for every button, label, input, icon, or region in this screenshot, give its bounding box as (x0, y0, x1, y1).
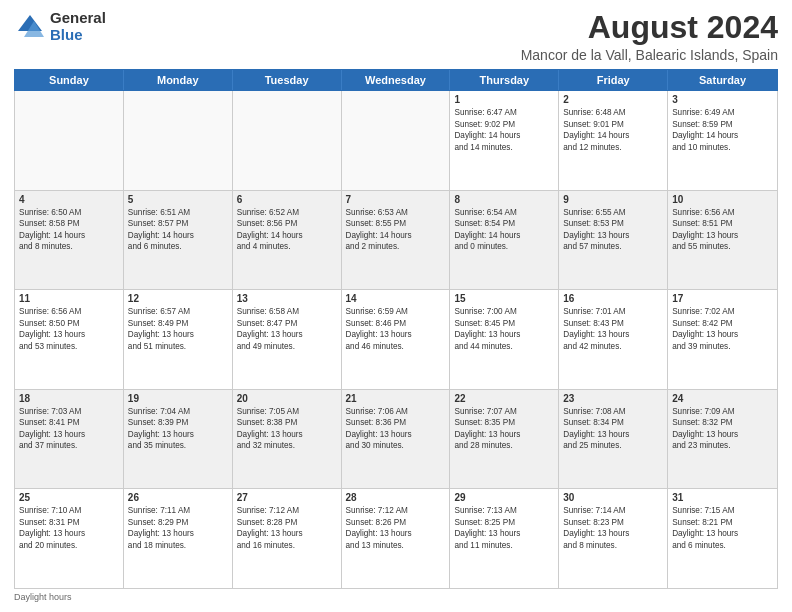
day-number: 7 (346, 194, 446, 205)
day-number: 25 (19, 492, 119, 503)
calendar-cell: 17Sunrise: 7:02 AM Sunset: 8:42 PM Dayli… (668, 290, 777, 389)
cell-content: Sunrise: 6:58 AM Sunset: 8:47 PM Dayligh… (237, 306, 337, 352)
page: General Blue August 2024 Mancor de la Va… (0, 0, 792, 612)
calendar-cell: 9Sunrise: 6:55 AM Sunset: 8:53 PM Daylig… (559, 191, 668, 290)
cell-content: Sunrise: 7:03 AM Sunset: 8:41 PM Dayligh… (19, 406, 119, 452)
cell-content: Sunrise: 7:10 AM Sunset: 8:31 PM Dayligh… (19, 505, 119, 551)
day-number: 3 (672, 94, 773, 105)
cell-content: Sunrise: 7:00 AM Sunset: 8:45 PM Dayligh… (454, 306, 554, 352)
cell-content: Sunrise: 7:08 AM Sunset: 8:34 PM Dayligh… (563, 406, 663, 452)
day-number: 26 (128, 492, 228, 503)
calendar: SundayMondayTuesdayWednesdayThursdayFrid… (14, 69, 778, 589)
cell-content: Sunrise: 6:57 AM Sunset: 8:49 PM Dayligh… (128, 306, 228, 352)
cell-content: Sunrise: 7:05 AM Sunset: 8:38 PM Dayligh… (237, 406, 337, 452)
day-number: 27 (237, 492, 337, 503)
header-day-saturday: Saturday (668, 70, 777, 90)
calendar-cell: 11Sunrise: 6:56 AM Sunset: 8:50 PM Dayli… (15, 290, 124, 389)
day-number: 9 (563, 194, 663, 205)
logo-icon (14, 11, 46, 43)
calendar-cell: 26Sunrise: 7:11 AM Sunset: 8:29 PM Dayli… (124, 489, 233, 588)
calendar-cell: 21Sunrise: 7:06 AM Sunset: 8:36 PM Dayli… (342, 390, 451, 489)
day-number: 29 (454, 492, 554, 503)
cell-content: Sunrise: 6:56 AM Sunset: 8:50 PM Dayligh… (19, 306, 119, 352)
cell-content: Sunrise: 6:48 AM Sunset: 9:01 PM Dayligh… (563, 107, 663, 153)
calendar-cell: 4Sunrise: 6:50 AM Sunset: 8:58 PM Daylig… (15, 191, 124, 290)
calendar-cell: 19Sunrise: 7:04 AM Sunset: 8:39 PM Dayli… (124, 390, 233, 489)
calendar-cell: 22Sunrise: 7:07 AM Sunset: 8:35 PM Dayli… (450, 390, 559, 489)
day-number: 2 (563, 94, 663, 105)
logo-text: General Blue (50, 10, 106, 43)
calendar-cell: 23Sunrise: 7:08 AM Sunset: 8:34 PM Dayli… (559, 390, 668, 489)
header: General Blue August 2024 Mancor de la Va… (14, 10, 778, 63)
calendar-row-1: 4Sunrise: 6:50 AM Sunset: 8:58 PM Daylig… (15, 191, 777, 291)
calendar-cell: 5Sunrise: 6:51 AM Sunset: 8:57 PM Daylig… (124, 191, 233, 290)
day-number: 16 (563, 293, 663, 304)
calendar-cell: 25Sunrise: 7:10 AM Sunset: 8:31 PM Dayli… (15, 489, 124, 588)
calendar-cell: 8Sunrise: 6:54 AM Sunset: 8:54 PM Daylig… (450, 191, 559, 290)
day-number: 6 (237, 194, 337, 205)
calendar-cell: 1Sunrise: 6:47 AM Sunset: 9:02 PM Daylig… (450, 91, 559, 190)
cell-content: Sunrise: 6:51 AM Sunset: 8:57 PM Dayligh… (128, 207, 228, 253)
calendar-cell: 10Sunrise: 6:56 AM Sunset: 8:51 PM Dayli… (668, 191, 777, 290)
calendar-cell: 13Sunrise: 6:58 AM Sunset: 8:47 PM Dayli… (233, 290, 342, 389)
header-day-friday: Friday (559, 70, 668, 90)
calendar-cell (342, 91, 451, 190)
calendar-cell: 20Sunrise: 7:05 AM Sunset: 8:38 PM Dayli… (233, 390, 342, 489)
cell-content: Sunrise: 7:09 AM Sunset: 8:32 PM Dayligh… (672, 406, 773, 452)
cell-content: Sunrise: 7:14 AM Sunset: 8:23 PM Dayligh… (563, 505, 663, 551)
title-section: August 2024 Mancor de la Vall, Balearic … (521, 10, 778, 63)
cell-content: Sunrise: 7:02 AM Sunset: 8:42 PM Dayligh… (672, 306, 773, 352)
day-number: 10 (672, 194, 773, 205)
cell-content: Sunrise: 7:11 AM Sunset: 8:29 PM Dayligh… (128, 505, 228, 551)
cell-content: Sunrise: 6:56 AM Sunset: 8:51 PM Dayligh… (672, 207, 773, 253)
calendar-cell: 2Sunrise: 6:48 AM Sunset: 9:01 PM Daylig… (559, 91, 668, 190)
day-number: 1 (454, 94, 554, 105)
header-day-sunday: Sunday (15, 70, 124, 90)
header-day-wednesday: Wednesday (342, 70, 451, 90)
calendar-cell: 24Sunrise: 7:09 AM Sunset: 8:32 PM Dayli… (668, 390, 777, 489)
calendar-cell: 12Sunrise: 6:57 AM Sunset: 8:49 PM Dayli… (124, 290, 233, 389)
day-number: 22 (454, 393, 554, 404)
cell-content: Sunrise: 7:12 AM Sunset: 8:26 PM Dayligh… (346, 505, 446, 551)
header-day-tuesday: Tuesday (233, 70, 342, 90)
main-title: August 2024 (521, 10, 778, 45)
calendar-cell: 18Sunrise: 7:03 AM Sunset: 8:41 PM Dayli… (15, 390, 124, 489)
calendar-cell: 28Sunrise: 7:12 AM Sunset: 8:26 PM Dayli… (342, 489, 451, 588)
day-number: 17 (672, 293, 773, 304)
cell-content: Sunrise: 6:52 AM Sunset: 8:56 PM Dayligh… (237, 207, 337, 253)
day-number: 8 (454, 194, 554, 205)
day-number: 19 (128, 393, 228, 404)
day-number: 24 (672, 393, 773, 404)
day-number: 30 (563, 492, 663, 503)
cell-content: Sunrise: 6:53 AM Sunset: 8:55 PM Dayligh… (346, 207, 446, 253)
cell-content: Sunrise: 6:55 AM Sunset: 8:53 PM Dayligh… (563, 207, 663, 253)
calendar-row-2: 11Sunrise: 6:56 AM Sunset: 8:50 PM Dayli… (15, 290, 777, 390)
cell-content: Sunrise: 7:01 AM Sunset: 8:43 PM Dayligh… (563, 306, 663, 352)
cell-content: Sunrise: 7:04 AM Sunset: 8:39 PM Dayligh… (128, 406, 228, 452)
day-number: 11 (19, 293, 119, 304)
cell-content: Sunrise: 7:12 AM Sunset: 8:28 PM Dayligh… (237, 505, 337, 551)
calendar-cell (124, 91, 233, 190)
day-number: 28 (346, 492, 446, 503)
day-number: 18 (19, 393, 119, 404)
day-number: 31 (672, 492, 773, 503)
day-number: 13 (237, 293, 337, 304)
logo-blue-text: Blue (50, 27, 106, 44)
calendar-cell: 6Sunrise: 6:52 AM Sunset: 8:56 PM Daylig… (233, 191, 342, 290)
calendar-row-0: 1Sunrise: 6:47 AM Sunset: 9:02 PM Daylig… (15, 91, 777, 191)
day-number: 12 (128, 293, 228, 304)
day-number: 21 (346, 393, 446, 404)
day-number: 14 (346, 293, 446, 304)
calendar-header: SundayMondayTuesdayWednesdayThursdayFrid… (14, 69, 778, 91)
cell-content: Sunrise: 6:50 AM Sunset: 8:58 PM Dayligh… (19, 207, 119, 253)
calendar-cell (15, 91, 124, 190)
day-number: 4 (19, 194, 119, 205)
subtitle: Mancor de la Vall, Balearic Islands, Spa… (521, 47, 778, 63)
calendar-cell: 30Sunrise: 7:14 AM Sunset: 8:23 PM Dayli… (559, 489, 668, 588)
calendar-cell: 27Sunrise: 7:12 AM Sunset: 8:28 PM Dayli… (233, 489, 342, 588)
calendar-cell: 16Sunrise: 7:01 AM Sunset: 8:43 PM Dayli… (559, 290, 668, 389)
calendar-cell: 31Sunrise: 7:15 AM Sunset: 8:21 PM Dayli… (668, 489, 777, 588)
calendar-cell: 15Sunrise: 7:00 AM Sunset: 8:45 PM Dayli… (450, 290, 559, 389)
cell-content: Sunrise: 7:13 AM Sunset: 8:25 PM Dayligh… (454, 505, 554, 551)
cell-content: Sunrise: 6:47 AM Sunset: 9:02 PM Dayligh… (454, 107, 554, 153)
